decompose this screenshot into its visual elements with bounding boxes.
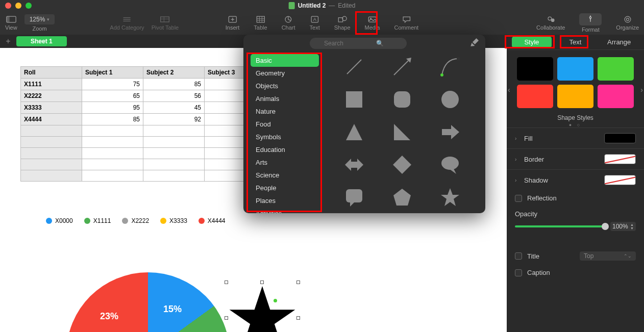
speech-bubble-icon[interactable] <box>438 153 462 176</box>
table-row[interactable]: X33339545 <box>21 102 266 114</box>
arrow-line-icon[interactable] <box>390 55 414 79</box>
shape-category-people[interactable]: People <box>251 182 319 194</box>
svg-rect-33 <box>346 91 362 108</box>
reflection-checkbox[interactable] <box>515 195 522 202</box>
table-row[interactable] <box>21 170 266 182</box>
arrow-right-icon[interactable] <box>438 120 462 144</box>
double-arrow-icon[interactable] <box>342 153 366 176</box>
style-next-icon[interactable]: › <box>640 86 643 94</box>
shape-category-education[interactable]: Education <box>251 143 319 156</box>
add-sheet-button[interactable]: + <box>3 37 13 46</box>
style-preset-swatch[interactable] <box>517 57 553 81</box>
style-preset-swatch[interactable] <box>598 85 634 108</box>
table-row[interactable]: X22226556 <box>21 90 266 102</box>
svg-rect-11 <box>257 16 264 22</box>
title-row[interactable]: Title Top⌃⌄ <box>507 247 644 265</box>
inspector-tab-style[interactable]: Style <box>512 36 552 48</box>
fill-color-swatch[interactable] <box>604 133 636 143</box>
sheet-tab[interactable]: Sheet 1 <box>16 36 67 46</box>
fill-row[interactable]: ›Fill <box>507 127 644 148</box>
inspector-tab-text[interactable]: Text <box>556 36 596 48</box>
selected-star-shape[interactable] <box>227 283 298 332</box>
style-preset-swatch[interactable] <box>557 57 593 81</box>
add-category-button[interactable]: Add Category <box>110 15 144 31</box>
title-checkbox[interactable] <box>515 252 522 260</box>
style-preset-swatch[interactable] <box>517 85 553 108</box>
shape-category-symbols[interactable]: Symbols <box>251 131 319 143</box>
data-table[interactable]: RollSubject 1Subject 2Subject 3 X1111758… <box>20 66 266 182</box>
svg-rect-32 <box>457 57 460 60</box>
legend-item: X0000 <box>46 217 73 224</box>
star-icon[interactable] <box>438 186 462 209</box>
opacity-slider[interactable] <box>515 225 605 227</box>
fullscreen-icon[interactable] <box>26 3 32 9</box>
text-button[interactable]: AText <box>310 15 320 31</box>
shape-category-activities[interactable]: Activities <box>251 207 319 213</box>
shape-category-arts[interactable]: Arts <box>251 156 319 169</box>
rotation-handle[interactable] <box>274 299 277 302</box>
media-button[interactable]: Media <box>365 15 380 31</box>
format-button[interactable]: Format <box>579 13 602 33</box>
border-row[interactable]: ›Border <box>507 148 644 169</box>
line-icon[interactable] <box>342 55 366 79</box>
shape-category-nature[interactable]: Nature <box>251 105 319 118</box>
circle-icon[interactable] <box>438 88 462 111</box>
pivot-table-button[interactable]: Pivot Table <box>152 15 179 31</box>
style-preset-swatch[interactable] <box>557 85 593 108</box>
draw-shape-icon[interactable] <box>468 38 480 49</box>
border-swatch[interactable] <box>604 154 636 164</box>
shape-category-geometry[interactable]: Geometry <box>251 67 319 80</box>
svg-marker-39 <box>345 159 363 171</box>
callout-square-icon[interactable] <box>342 186 366 209</box>
organize-button[interactable]: Organize <box>616 15 639 31</box>
table-row[interactable]: X44448592 <box>21 114 266 125</box>
comment-button[interactable]: Comment <box>394 15 419 31</box>
column-header[interactable]: Roll <box>21 67 82 79</box>
shape-category-basic[interactable]: Basic <box>251 54 319 67</box>
shape-category-animals[interactable]: Animals <box>251 92 319 105</box>
minimize-icon[interactable] <box>15 3 21 9</box>
svg-marker-27 <box>230 286 295 332</box>
style-prev-icon[interactable]: ‹ <box>508 86 510 94</box>
shape-category-food[interactable]: Food <box>251 118 319 131</box>
shape-style-presets <box>507 50 644 112</box>
caption-row[interactable]: Caption <box>507 265 644 280</box>
shape-button[interactable]: Shape <box>334 15 351 31</box>
pentagon-icon[interactable] <box>390 186 414 209</box>
inspector-tab-arrange[interactable]: Arrange <box>599 36 639 48</box>
rounded-square-icon[interactable] <box>390 88 414 111</box>
close-icon[interactable] <box>5 3 11 9</box>
insert-button[interactable]: Insert <box>226 15 240 31</box>
table-button[interactable]: Table <box>254 15 267 31</box>
title-position-dropdown[interactable]: Top⌃⌄ <box>580 251 636 261</box>
right-triangle-icon[interactable] <box>390 120 414 144</box>
svg-text:A: A <box>313 17 317 22</box>
pie-chart[interactable]: 15% 20% 23% <box>66 272 230 332</box>
column-header[interactable]: Subject 2 <box>143 67 205 79</box>
collaborate-button[interactable]: Collaborate <box>536 15 565 31</box>
shape-category-list: BasicGeometryObjectsAnimalsNatureFoodSym… <box>243 52 319 213</box>
style-preset-swatch[interactable] <box>598 57 634 81</box>
square-icon[interactable] <box>342 88 366 111</box>
table-row[interactable] <box>21 148 266 159</box>
shadow-swatch[interactable] <box>604 175 636 185</box>
shape-category-objects[interactable]: Objects <box>251 80 319 92</box>
shape-category-places[interactable]: Places <box>251 194 319 207</box>
column-header[interactable]: Subject 1 <box>82 67 143 79</box>
opacity-value-field[interactable]: 100% ▲▼ <box>610 222 636 231</box>
reflection-row[interactable]: Reflection <box>507 190 644 206</box>
zoom-dropdown[interactable]: 125%▾ <box>24 14 55 24</box>
triangle-icon[interactable] <box>342 120 366 144</box>
view-button[interactable]: View <box>5 15 17 31</box>
shadow-row[interactable]: ›Shadow <box>507 169 644 190</box>
table-row[interactable] <box>21 159 266 170</box>
shape-search-input[interactable] <box>310 38 407 49</box>
caption-checkbox[interactable] <box>515 269 522 276</box>
table-row[interactable] <box>21 125 266 137</box>
curve-icon[interactable] <box>438 55 462 79</box>
table-row[interactable] <box>21 137 266 148</box>
shape-category-science[interactable]: Science <box>251 169 319 182</box>
chart-button[interactable]: Chart <box>282 15 295 31</box>
table-row[interactable]: X11117585 <box>21 79 266 90</box>
diamond-icon[interactable] <box>390 153 414 176</box>
